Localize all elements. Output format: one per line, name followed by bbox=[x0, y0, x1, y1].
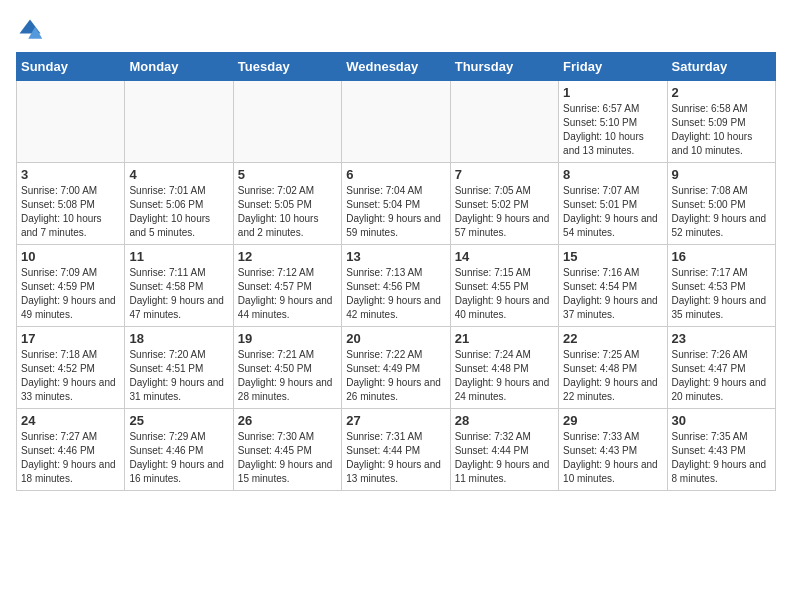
calendar-cell: 15Sunrise: 7:16 AM Sunset: 4:54 PM Dayli… bbox=[559, 245, 667, 327]
col-header-sunday: Sunday bbox=[17, 53, 125, 81]
day-number: 9 bbox=[672, 167, 771, 182]
calendar-cell: 2Sunrise: 6:58 AM Sunset: 5:09 PM Daylig… bbox=[667, 81, 775, 163]
day-info: Sunrise: 6:58 AM Sunset: 5:09 PM Dayligh… bbox=[672, 102, 771, 158]
logo bbox=[16, 16, 48, 44]
day-info: Sunrise: 7:26 AM Sunset: 4:47 PM Dayligh… bbox=[672, 348, 771, 404]
day-info: Sunrise: 7:05 AM Sunset: 5:02 PM Dayligh… bbox=[455, 184, 554, 240]
calendar-week-5: 24Sunrise: 7:27 AM Sunset: 4:46 PM Dayli… bbox=[17, 409, 776, 491]
day-number: 27 bbox=[346, 413, 445, 428]
day-number: 2 bbox=[672, 85, 771, 100]
col-header-thursday: Thursday bbox=[450, 53, 558, 81]
day-info: Sunrise: 7:17 AM Sunset: 4:53 PM Dayligh… bbox=[672, 266, 771, 322]
calendar-cell: 28Sunrise: 7:32 AM Sunset: 4:44 PM Dayli… bbox=[450, 409, 558, 491]
calendar-cell: 19Sunrise: 7:21 AM Sunset: 4:50 PM Dayli… bbox=[233, 327, 341, 409]
day-number: 4 bbox=[129, 167, 228, 182]
page-header bbox=[16, 16, 776, 44]
day-info: Sunrise: 7:13 AM Sunset: 4:56 PM Dayligh… bbox=[346, 266, 445, 322]
day-number: 15 bbox=[563, 249, 662, 264]
calendar-week-1: 1Sunrise: 6:57 AM Sunset: 5:10 PM Daylig… bbox=[17, 81, 776, 163]
day-number: 20 bbox=[346, 331, 445, 346]
day-number: 23 bbox=[672, 331, 771, 346]
calendar-cell bbox=[125, 81, 233, 163]
calendar-cell bbox=[17, 81, 125, 163]
calendar-cell: 20Sunrise: 7:22 AM Sunset: 4:49 PM Dayli… bbox=[342, 327, 450, 409]
day-number: 22 bbox=[563, 331, 662, 346]
day-number: 16 bbox=[672, 249, 771, 264]
calendar-cell: 9Sunrise: 7:08 AM Sunset: 5:00 PM Daylig… bbox=[667, 163, 775, 245]
day-info: Sunrise: 7:35 AM Sunset: 4:43 PM Dayligh… bbox=[672, 430, 771, 486]
day-number: 14 bbox=[455, 249, 554, 264]
day-number: 13 bbox=[346, 249, 445, 264]
day-number: 24 bbox=[21, 413, 120, 428]
day-info: Sunrise: 7:18 AM Sunset: 4:52 PM Dayligh… bbox=[21, 348, 120, 404]
day-number: 6 bbox=[346, 167, 445, 182]
day-number: 10 bbox=[21, 249, 120, 264]
day-info: Sunrise: 7:04 AM Sunset: 5:04 PM Dayligh… bbox=[346, 184, 445, 240]
day-info: Sunrise: 7:00 AM Sunset: 5:08 PM Dayligh… bbox=[21, 184, 120, 240]
calendar-week-4: 17Sunrise: 7:18 AM Sunset: 4:52 PM Dayli… bbox=[17, 327, 776, 409]
day-info: Sunrise: 7:12 AM Sunset: 4:57 PM Dayligh… bbox=[238, 266, 337, 322]
calendar-table: SundayMondayTuesdayWednesdayThursdayFrid… bbox=[16, 52, 776, 491]
day-info: Sunrise: 7:27 AM Sunset: 4:46 PM Dayligh… bbox=[21, 430, 120, 486]
day-info: Sunrise: 7:16 AM Sunset: 4:54 PM Dayligh… bbox=[563, 266, 662, 322]
day-number: 12 bbox=[238, 249, 337, 264]
calendar-cell: 12Sunrise: 7:12 AM Sunset: 4:57 PM Dayli… bbox=[233, 245, 341, 327]
calendar-cell: 17Sunrise: 7:18 AM Sunset: 4:52 PM Dayli… bbox=[17, 327, 125, 409]
calendar-cell: 6Sunrise: 7:04 AM Sunset: 5:04 PM Daylig… bbox=[342, 163, 450, 245]
col-header-friday: Friday bbox=[559, 53, 667, 81]
day-number: 29 bbox=[563, 413, 662, 428]
calendar-cell: 18Sunrise: 7:20 AM Sunset: 4:51 PM Dayli… bbox=[125, 327, 233, 409]
day-number: 7 bbox=[455, 167, 554, 182]
day-info: Sunrise: 7:29 AM Sunset: 4:46 PM Dayligh… bbox=[129, 430, 228, 486]
day-info: Sunrise: 7:01 AM Sunset: 5:06 PM Dayligh… bbox=[129, 184, 228, 240]
day-info: Sunrise: 7:32 AM Sunset: 4:44 PM Dayligh… bbox=[455, 430, 554, 486]
day-info: Sunrise: 7:09 AM Sunset: 4:59 PM Dayligh… bbox=[21, 266, 120, 322]
day-info: Sunrise: 7:33 AM Sunset: 4:43 PM Dayligh… bbox=[563, 430, 662, 486]
calendar-cell: 10Sunrise: 7:09 AM Sunset: 4:59 PM Dayli… bbox=[17, 245, 125, 327]
calendar-cell bbox=[233, 81, 341, 163]
calendar-cell: 1Sunrise: 6:57 AM Sunset: 5:10 PM Daylig… bbox=[559, 81, 667, 163]
day-info: Sunrise: 7:24 AM Sunset: 4:48 PM Dayligh… bbox=[455, 348, 554, 404]
calendar-cell: 26Sunrise: 7:30 AM Sunset: 4:45 PM Dayli… bbox=[233, 409, 341, 491]
calendar-cell: 24Sunrise: 7:27 AM Sunset: 4:46 PM Dayli… bbox=[17, 409, 125, 491]
calendar-cell: 14Sunrise: 7:15 AM Sunset: 4:55 PM Dayli… bbox=[450, 245, 558, 327]
day-number: 25 bbox=[129, 413, 228, 428]
calendar-cell: 25Sunrise: 7:29 AM Sunset: 4:46 PM Dayli… bbox=[125, 409, 233, 491]
day-info: Sunrise: 7:30 AM Sunset: 4:45 PM Dayligh… bbox=[238, 430, 337, 486]
calendar-cell: 11Sunrise: 7:11 AM Sunset: 4:58 PM Dayli… bbox=[125, 245, 233, 327]
calendar-cell: 7Sunrise: 7:05 AM Sunset: 5:02 PM Daylig… bbox=[450, 163, 558, 245]
day-number: 18 bbox=[129, 331, 228, 346]
calendar-cell: 21Sunrise: 7:24 AM Sunset: 4:48 PM Dayli… bbox=[450, 327, 558, 409]
day-number: 11 bbox=[129, 249, 228, 264]
day-info: Sunrise: 7:11 AM Sunset: 4:58 PM Dayligh… bbox=[129, 266, 228, 322]
calendar-cell: 30Sunrise: 7:35 AM Sunset: 4:43 PM Dayli… bbox=[667, 409, 775, 491]
col-header-monday: Monday bbox=[125, 53, 233, 81]
calendar-cell: 3Sunrise: 7:00 AM Sunset: 5:08 PM Daylig… bbox=[17, 163, 125, 245]
logo-icon bbox=[16, 16, 44, 44]
calendar-header-row: SundayMondayTuesdayWednesdayThursdayFrid… bbox=[17, 53, 776, 81]
day-info: Sunrise: 7:31 AM Sunset: 4:44 PM Dayligh… bbox=[346, 430, 445, 486]
day-number: 19 bbox=[238, 331, 337, 346]
day-number: 28 bbox=[455, 413, 554, 428]
day-info: Sunrise: 7:21 AM Sunset: 4:50 PM Dayligh… bbox=[238, 348, 337, 404]
calendar-cell: 16Sunrise: 7:17 AM Sunset: 4:53 PM Dayli… bbox=[667, 245, 775, 327]
day-number: 30 bbox=[672, 413, 771, 428]
day-info: Sunrise: 7:22 AM Sunset: 4:49 PM Dayligh… bbox=[346, 348, 445, 404]
calendar-week-3: 10Sunrise: 7:09 AM Sunset: 4:59 PM Dayli… bbox=[17, 245, 776, 327]
col-header-wednesday: Wednesday bbox=[342, 53, 450, 81]
day-info: Sunrise: 7:07 AM Sunset: 5:01 PM Dayligh… bbox=[563, 184, 662, 240]
calendar-cell: 8Sunrise: 7:07 AM Sunset: 5:01 PM Daylig… bbox=[559, 163, 667, 245]
calendar-cell bbox=[342, 81, 450, 163]
day-info: Sunrise: 7:08 AM Sunset: 5:00 PM Dayligh… bbox=[672, 184, 771, 240]
calendar-cell: 4Sunrise: 7:01 AM Sunset: 5:06 PM Daylig… bbox=[125, 163, 233, 245]
calendar-week-2: 3Sunrise: 7:00 AM Sunset: 5:08 PM Daylig… bbox=[17, 163, 776, 245]
day-info: Sunrise: 6:57 AM Sunset: 5:10 PM Dayligh… bbox=[563, 102, 662, 158]
day-number: 26 bbox=[238, 413, 337, 428]
day-info: Sunrise: 7:20 AM Sunset: 4:51 PM Dayligh… bbox=[129, 348, 228, 404]
calendar-cell: 13Sunrise: 7:13 AM Sunset: 4:56 PM Dayli… bbox=[342, 245, 450, 327]
calendar-cell: 23Sunrise: 7:26 AM Sunset: 4:47 PM Dayli… bbox=[667, 327, 775, 409]
day-number: 8 bbox=[563, 167, 662, 182]
calendar-cell: 5Sunrise: 7:02 AM Sunset: 5:05 PM Daylig… bbox=[233, 163, 341, 245]
col-header-tuesday: Tuesday bbox=[233, 53, 341, 81]
calendar-cell bbox=[450, 81, 558, 163]
